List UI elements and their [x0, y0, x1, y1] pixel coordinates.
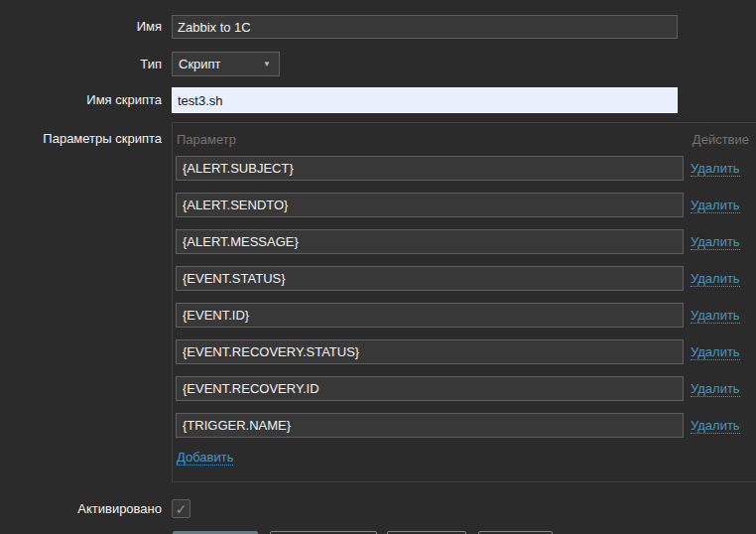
type-label: Тип — [0, 52, 172, 76]
enabled-checkbox[interactable]: ✓ — [172, 499, 190, 518]
script-parameters-label: Параметры скрипта — [0, 122, 172, 482]
parameter-input[interactable] — [176, 413, 684, 438]
chevron-down-icon: ▼ — [263, 61, 271, 68]
parameter-input[interactable] — [176, 156, 684, 181]
add-parameter-wrap: Добавить — [176, 450, 756, 465]
parameter-input[interactable] — [176, 193, 684, 217]
delete-parameter-link[interactable]: Удалить — [691, 308, 740, 324]
parameter-row: Удалить — [176, 303, 756, 328]
script-name-input[interactable] — [172, 87, 678, 113]
media-type-form: Имя Тип Скрипт ▼ Имя скрипта Параметры с… — [0, 0, 756, 534]
delete-parameter-link[interactable]: Удалить — [691, 418, 740, 434]
script-name-row: Имя скрипта — [0, 87, 756, 113]
type-select-value: Скрипт — [179, 57, 221, 71]
delete-parameter-link[interactable]: Удалить — [691, 381, 740, 397]
parameter-input[interactable] — [176, 303, 684, 328]
delete-parameter-link[interactable]: Удалить — [691, 198, 740, 213]
parameter-input[interactable] — [176, 229, 684, 254]
delete-parameter-link[interactable]: Удалить — [691, 271, 740, 287]
parameter-row: Удалить — [176, 339, 756, 364]
enabled-label: Активировано — [0, 499, 172, 518]
name-input[interactable] — [172, 15, 678, 39]
script-parameters-row: Параметры скрипта Параметр Действие Удал… — [0, 122, 756, 482]
delete-parameter-link[interactable]: Удалить — [691, 344, 740, 360]
name-row: Имя — [0, 15, 756, 39]
parameter-input[interactable] — [176, 376, 684, 401]
column-header-parameter: Параметр — [177, 132, 236, 147]
add-parameter-link[interactable]: Добавить — [177, 450, 233, 466]
parameter-row: Удалить — [176, 413, 756, 438]
type-row: Тип Скрипт ▼ — [0, 52, 756, 76]
parameter-row: Удалить — [176, 376, 756, 401]
parameter-row: Удалить — [176, 229, 756, 254]
column-header-action: Действие — [693, 132, 749, 147]
checkmark-icon: ✓ — [176, 502, 188, 516]
enabled-row: Активировано ✓ — [0, 499, 756, 518]
parameter-input[interactable] — [176, 339, 684, 364]
delete-parameter-link[interactable]: Удалить — [691, 234, 740, 250]
name-label: Имя — [0, 15, 172, 39]
script-parameters-table: Параметр Действие Удалить Удалить Удалит… — [172, 122, 756, 482]
parameters-table-header: Параметр Действие — [176, 123, 756, 156]
parameter-input[interactable] — [176, 266, 684, 291]
parameter-row: Удалить — [176, 266, 756, 291]
delete-parameter-link[interactable]: Удалить — [691, 161, 740, 177]
script-name-label: Имя скрипта — [0, 87, 172, 113]
type-select[interactable]: Скрипт ▼ — [172, 52, 280, 76]
parameter-row: Удалить — [176, 156, 756, 181]
parameter-row: Удалить — [176, 193, 756, 217]
